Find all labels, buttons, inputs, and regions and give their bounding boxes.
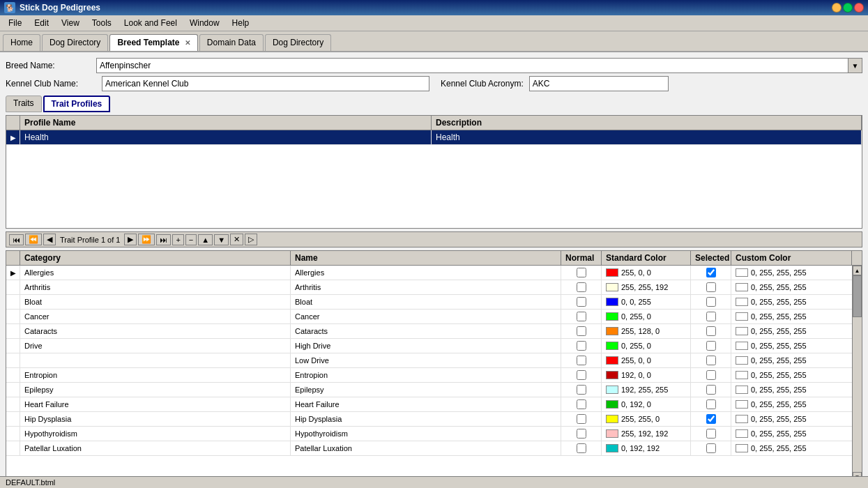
row-normal[interactable] xyxy=(561,339,602,353)
row-selected[interactable] xyxy=(691,324,731,338)
profile-table-row[interactable]: ▶ Health Health xyxy=(6,130,862,145)
scrollbar-up-btn[interactable]: ▲ xyxy=(853,266,862,275)
table-row[interactable]: ▶ Allergies Allergies 255, 0, 0 0, 255, … xyxy=(6,266,862,280)
profile-nav-prev-fast[interactable]: ⏪ xyxy=(25,234,42,245)
table-row[interactable]: Cancer Cancer 0, 255, 0 0, 255, 255, 255 xyxy=(6,310,862,324)
normal-checkbox[interactable] xyxy=(577,326,586,336)
menu-look-and-feel[interactable]: Look and Feel xyxy=(119,17,183,29)
selected-checkbox[interactable] xyxy=(706,312,716,321)
profile-nav-cancel[interactable]: ✕ xyxy=(230,234,243,245)
selected-checkbox[interactable] xyxy=(706,443,716,453)
profile-nav-scroll-right[interactable]: ▷ xyxy=(245,234,257,245)
profile-nav-down[interactable]: ▼ xyxy=(214,234,229,245)
menu-help[interactable]: Help xyxy=(227,17,255,29)
selected-checkbox[interactable] xyxy=(706,429,716,439)
menu-window[interactable]: Window xyxy=(184,17,225,29)
profile-nav-first[interactable]: ⏮ xyxy=(9,234,24,245)
breed-name-dropdown-btn[interactable]: ▼ xyxy=(848,58,862,73)
row-selected[interactable] xyxy=(691,353,731,367)
profile-nav-last[interactable]: ⏭ xyxy=(156,234,171,245)
table-row[interactable]: Epilepsy Epilepsy 192, 255, 255 0, 255, … xyxy=(6,383,862,397)
tab-home[interactable]: Home xyxy=(3,34,40,51)
table-row[interactable]: Bloat Bloat 0, 0, 255 0, 255, 255, 255 xyxy=(6,295,862,310)
normal-checkbox[interactable] xyxy=(577,370,586,380)
row-normal[interactable] xyxy=(561,368,602,382)
row-selected[interactable] xyxy=(691,266,731,280)
tab-breed-template[interactable]: Breed Template ✕ xyxy=(109,34,197,51)
selected-checkbox[interactable] xyxy=(706,370,716,380)
normal-checkbox[interactable] xyxy=(577,414,586,424)
row-normal[interactable] xyxy=(561,427,602,441)
row-normal[interactable] xyxy=(561,412,602,426)
table-row[interactable]: Hypothyroidism Hypothyroidism 255, 192, … xyxy=(6,427,862,441)
row-selected[interactable] xyxy=(691,441,731,455)
profile-nav-next[interactable]: ▶ xyxy=(124,234,137,245)
normal-checkbox[interactable] xyxy=(577,341,586,351)
selected-checkbox[interactable] xyxy=(706,356,716,365)
row-expand[interactable]: ▶ xyxy=(6,266,20,280)
table-row[interactable]: Hip Dysplasia Hip Dysplasia 255, 255, 0 … xyxy=(6,412,862,427)
row-normal[interactable] xyxy=(561,353,602,367)
row-selected[interactable] xyxy=(691,368,731,382)
tab-close-icon[interactable]: ✕ xyxy=(185,39,190,47)
table-row[interactable]: Drive High Drive 0, 255, 0 0, 255, 255, … xyxy=(6,339,862,353)
normal-checkbox[interactable] xyxy=(577,385,586,395)
row-normal[interactable] xyxy=(561,441,602,455)
tab-dog-directory-1[interactable]: Dog Directory xyxy=(42,34,108,51)
row-normal[interactable] xyxy=(561,397,602,411)
minimize-button[interactable] xyxy=(832,3,842,13)
table-row[interactable]: Arthritis Arthritis 255, 255, 192 0, 255… xyxy=(6,280,862,295)
row-selected[interactable] xyxy=(691,397,731,411)
menu-view[interactable]: View xyxy=(56,17,85,29)
selected-checkbox[interactable] xyxy=(706,268,716,277)
normal-checkbox[interactable] xyxy=(577,443,586,453)
menu-file[interactable]: File xyxy=(3,17,27,29)
maximize-button[interactable] xyxy=(843,3,853,13)
sub-tab-traits[interactable]: Traits xyxy=(6,96,42,112)
selected-checkbox[interactable] xyxy=(706,385,716,395)
normal-checkbox[interactable] xyxy=(577,429,586,439)
selected-checkbox[interactable] xyxy=(706,282,716,292)
breed-name-input[interactable] xyxy=(96,58,848,73)
normal-checkbox[interactable] xyxy=(577,356,586,365)
scrollbar-thumb[interactable] xyxy=(853,275,862,317)
profile-nav-remove[interactable]: − xyxy=(185,234,197,245)
traits-scrollbar[interactable]: ▲ ▼ xyxy=(852,266,862,482)
normal-checkbox[interactable] xyxy=(577,282,586,292)
acronym-input[interactable] xyxy=(529,76,669,91)
row-normal[interactable] xyxy=(561,383,602,397)
table-row[interactable]: Cataracts Cataracts 255, 128, 0 0, 255, … xyxy=(6,324,862,339)
row-selected[interactable] xyxy=(691,280,731,294)
table-row[interactable]: Heart Failure Heart Failure 0, 192, 0 0,… xyxy=(6,397,862,412)
normal-checkbox[interactable] xyxy=(577,399,586,409)
profile-nav-next-fast[interactable]: ⏩ xyxy=(138,234,155,245)
tab-dog-directory-2[interactable]: Dog Directory xyxy=(265,34,331,51)
row-normal[interactable] xyxy=(561,280,602,294)
kennel-club-input[interactable] xyxy=(102,76,429,91)
selected-checkbox[interactable] xyxy=(706,326,716,336)
normal-checkbox[interactable] xyxy=(577,268,586,277)
table-row[interactable]: Low Drive 255, 0, 0 0, 255, 255, 255 xyxy=(6,353,862,368)
tab-domain-data[interactable]: Domain Data xyxy=(199,34,264,51)
row-normal[interactable] xyxy=(561,324,602,338)
normal-checkbox[interactable] xyxy=(577,297,586,307)
selected-checkbox[interactable] xyxy=(706,341,716,351)
row-selected[interactable] xyxy=(691,339,731,353)
row-normal[interactable] xyxy=(561,310,602,323)
normal-checkbox[interactable] xyxy=(577,312,586,321)
expand-arrow-icon[interactable]: ▶ xyxy=(10,134,16,142)
row-selected[interactable] xyxy=(691,383,731,397)
row-selected[interactable] xyxy=(691,295,731,309)
row-normal[interactable] xyxy=(561,295,602,309)
menu-edit[interactable]: Edit xyxy=(29,17,54,29)
profile-nav-add[interactable]: + xyxy=(172,234,183,245)
selected-checkbox[interactable] xyxy=(706,414,716,424)
table-row[interactable]: Entropion Entropion 192, 0, 0 0, 255, 25… xyxy=(6,368,862,383)
close-button[interactable] xyxy=(854,3,864,13)
row-selected[interactable] xyxy=(691,310,731,323)
menu-tools[interactable]: Tools xyxy=(86,17,117,29)
expand-icon[interactable]: ▶ xyxy=(10,269,16,277)
row-normal[interactable] xyxy=(561,266,602,280)
profile-nav-prev[interactable]: ◀ xyxy=(43,234,56,245)
selected-checkbox[interactable] xyxy=(706,297,716,307)
